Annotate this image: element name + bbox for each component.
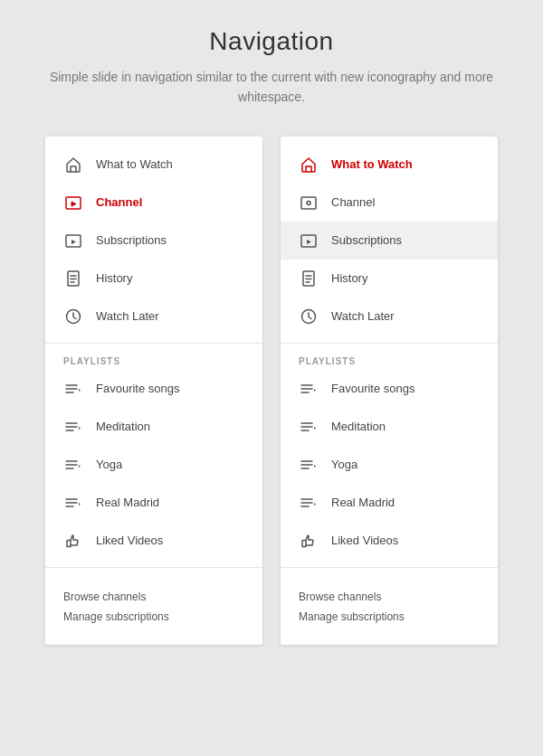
nav-what-to-watch-left[interactable]: What to Watch <box>45 146 262 184</box>
playlist-liked-videos-right[interactable]: Liked Videos <box>281 522 498 560</box>
channel-icon-left <box>63 193 83 213</box>
playlist-yoga-right[interactable]: Yoga <box>281 446 498 484</box>
playlist-icon-right-1 <box>299 379 319 399</box>
clock-icon-right <box>299 307 319 326</box>
nav-label-channel-left: Channel <box>96 195 142 209</box>
divider-2-left <box>45 567 262 568</box>
nav-label-yoga-right: Yoga <box>331 458 357 471</box>
home-icon-right <box>299 155 319 175</box>
footer-links-right: Browse channels Manage subscriptions <box>281 575 498 636</box>
playlist-icon-right-2 <box>299 417 319 437</box>
svg-point-9 <box>307 201 310 204</box>
playlist-icon-left-1 <box>63 379 83 399</box>
nav-label-history-left: History <box>96 271 132 285</box>
nav-label-meditation-right: Meditation <box>331 420 386 433</box>
subscriptions-icon-right <box>299 231 319 250</box>
history-icon-left <box>63 269 83 288</box>
nav-label-history-right: History <box>331 271 367 285</box>
panels-container: What to Watch Channel Subscriptions <box>45 137 498 645</box>
panel-left: What to Watch Channel Subscriptions <box>45 137 262 645</box>
nav-channel-right[interactable]: Channel <box>281 184 498 222</box>
nav-label-watch-later-right: Watch Later <box>331 309 395 323</box>
nav-what-to-watch-right[interactable]: What to Watch <box>281 146 498 184</box>
nav-label-what-to-watch-left: What to Watch <box>96 157 173 171</box>
playlist-real-madrid-left[interactable]: Real Madrid <box>45 484 262 522</box>
playlists-label-left: PLAYLISTS <box>45 351 262 370</box>
nav-channel-left[interactable]: Channel <box>45 184 262 222</box>
nav-label-subscriptions-right: Subscriptions <box>331 233 402 247</box>
divider-1-right <box>281 343 498 344</box>
playlist-icon-left-4 <box>63 493 83 513</box>
history-icon-right <box>299 269 319 288</box>
playlist-real-madrid-right[interactable]: Real Madrid <box>281 484 498 522</box>
nav-label-liked-videos-right: Liked Videos <box>331 534 398 547</box>
thumbs-up-icon-right <box>299 531 319 551</box>
nav-label-fav-songs-left: Favourite songs <box>96 382 180 395</box>
browse-channels-right[interactable]: Browse channels <box>299 588 480 606</box>
subscriptions-icon-left <box>63 231 83 250</box>
playlist-yoga-left[interactable]: Yoga <box>45 446 262 484</box>
page-title: Navigation <box>209 27 333 56</box>
playlist-liked-videos-left[interactable]: Liked Videos <box>45 522 262 560</box>
home-icon <box>63 155 83 175</box>
panel-right: What to Watch Channel Subscriptions <box>281 137 498 645</box>
nav-label-real-madrid-right: Real Madrid <box>331 496 395 509</box>
page-subtitle: Simple slide in navigation similar to th… <box>18 67 525 108</box>
thumbs-up-icon-left <box>63 531 83 551</box>
manage-subscriptions-right[interactable]: Manage subscriptions <box>299 608 480 626</box>
playlist-icon-right-3 <box>299 455 319 475</box>
playlist-icon-left-3 <box>63 455 83 475</box>
nav-label-yoga-left: Yoga <box>96 458 122 471</box>
nav-watch-later-right[interactable]: Watch Later <box>281 298 498 335</box>
svg-rect-8 <box>301 197 316 209</box>
nav-label-real-madrid-left: Real Madrid <box>96 496 159 509</box>
browse-channels-left[interactable]: Browse channels <box>63 588 244 606</box>
playlist-favourite-songs-right[interactable]: Favourite songs <box>281 370 498 408</box>
nav-subscriptions-right[interactable]: Subscriptions <box>281 222 498 260</box>
divider-2-right <box>281 567 498 568</box>
footer-links-left: Browse channels Manage subscriptions <box>45 575 262 636</box>
playlist-favourite-songs-left[interactable]: Favourite songs <box>45 370 262 408</box>
playlist-meditation-left[interactable]: Meditation <box>45 408 262 446</box>
nav-label-channel-right: Channel <box>331 195 375 209</box>
divider-1-left <box>45 343 262 344</box>
nav-history-right[interactable]: History <box>281 260 498 298</box>
nav-label-subscriptions-left: Subscriptions <box>96 233 167 247</box>
nav-watch-later-left[interactable]: Watch Later <box>45 298 262 335</box>
playlist-icon-left-2 <box>63 417 83 437</box>
nav-label-fav-songs-right: Favourite songs <box>331 382 415 395</box>
playlists-label-right: PLAYLISTS <box>281 351 498 370</box>
playlist-meditation-right[interactable]: Meditation <box>281 408 498 446</box>
nav-history-left[interactable]: History <box>45 260 262 298</box>
nav-label-what-to-watch-right: What to Watch <box>331 157 413 171</box>
nav-subscriptions-left[interactable]: Subscriptions <box>45 222 262 260</box>
nav-label-watch-later-left: Watch Later <box>96 309 159 323</box>
manage-subscriptions-left[interactable]: Manage subscriptions <box>63 608 244 626</box>
channel-icon-right <box>299 193 319 213</box>
clock-icon-left <box>63 307 83 326</box>
nav-label-meditation-left: Meditation <box>96 420 150 433</box>
playlist-icon-right-4 <box>299 493 319 513</box>
nav-label-liked-videos-left: Liked Videos <box>96 534 163 547</box>
